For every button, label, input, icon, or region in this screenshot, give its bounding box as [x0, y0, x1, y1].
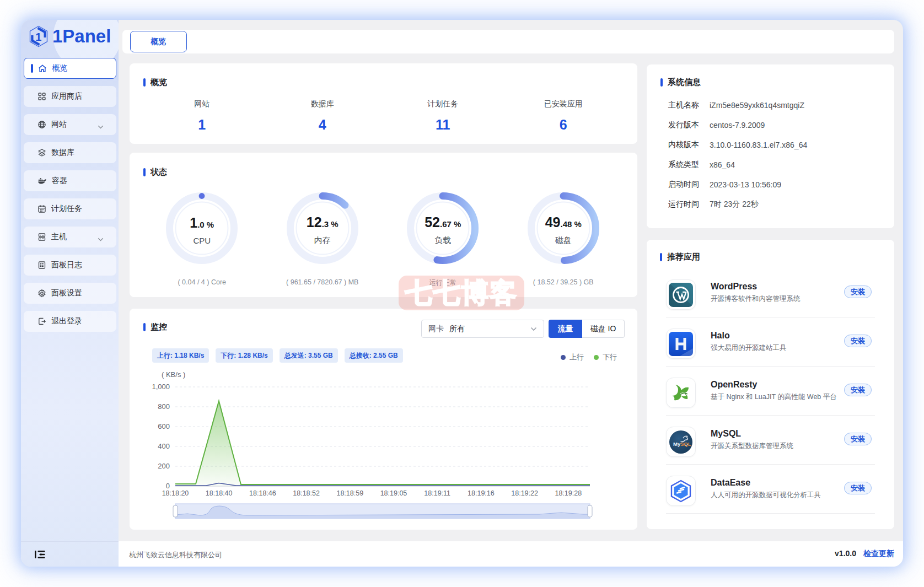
svg-text:18:18:59: 18:18:59: [336, 489, 363, 497]
svg-text:18:18:40: 18:18:40: [206, 489, 233, 497]
svg-text:0: 0: [166, 482, 170, 490]
svg-text:18:19:22: 18:19:22: [511, 489, 538, 497]
svg-text:18:19:16: 18:19:16: [468, 489, 495, 497]
svg-text:My: My: [673, 441, 681, 447]
svg-text:800: 800: [158, 402, 170, 411]
svg-text:18:19:05: 18:19:05: [380, 489, 407, 497]
svg-text:18:19:28: 18:19:28: [555, 489, 582, 497]
svg-text:18:18:20: 18:18:20: [162, 489, 189, 497]
svg-text:200: 200: [158, 462, 170, 470]
svg-text:400: 400: [158, 442, 170, 450]
svg-text:1,000: 1,000: [152, 383, 170, 391]
svg-text:18:19:11: 18:19:11: [424, 489, 450, 497]
svg-text:600: 600: [158, 422, 170, 430]
svg-text:1: 1: [35, 31, 41, 43]
svg-text:18:18:52: 18:18:52: [293, 489, 320, 497]
svg-text:18:18:46: 18:18:46: [249, 489, 276, 497]
svg-text:SQL: SQL: [680, 441, 691, 447]
